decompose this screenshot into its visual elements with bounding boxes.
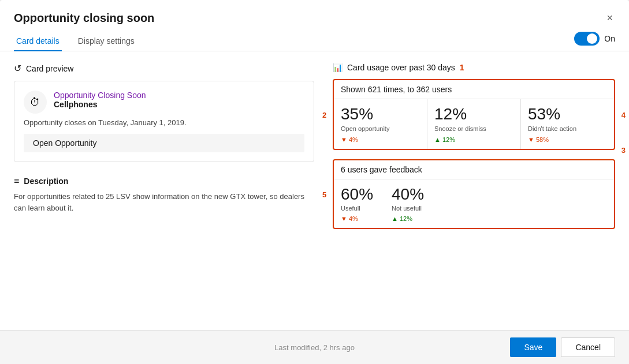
card-info: Opportunity Closing Soon Cellphones	[54, 91, 146, 109]
feedback-cells: 60% Usefull ▼ 4% 40% Not usefull ▲ 12%	[334, 179, 614, 228]
on-off-toggle[interactable]	[574, 32, 600, 46]
feedback-box: 6 users gave feedback 60% Usefull ▼ 4% 4…	[333, 159, 615, 229]
card-preview-icon: ↺	[14, 63, 21, 74]
feedback-pct-notuseful: 40%	[392, 185, 424, 204]
stat-desc-snooze: Snooze or dismiss	[434, 125, 513, 133]
stat-desc-open: Open opportunity	[341, 125, 420, 133]
toggle-area: On	[574, 32, 615, 50]
card-title: Opportunity Closing Soon	[54, 91, 146, 100]
description-icon: ≡	[14, 176, 19, 186]
open-opportunity-button[interactable]: Open Opportunity	[24, 134, 304, 152]
feedback-header: 6 users gave feedback	[334, 160, 614, 179]
stat-trend-noaction: ▼ 58%	[528, 136, 607, 143]
annotation-1: 1	[460, 63, 464, 72]
card-top: ⏱ Opportunity Closing Soon Cellphones	[24, 91, 304, 114]
stat-desc-noaction: Didn't take action	[528, 125, 607, 133]
dialog-footer: Last modified, 2 hrs ago Save Cancel	[0, 330, 629, 364]
card-preview-box: ⏱ Opportunity Closing Soon Cellphones Op…	[14, 81, 314, 162]
card-usage-label: Card usage over past 30 days	[347, 63, 455, 72]
stat-trend-snooze: ▲ 12%	[434, 136, 513, 143]
stats-box: Shown 621 times, to 362 users 35% Open o…	[333, 79, 615, 150]
dialog: Opportunity closing soon × Card details …	[0, 0, 629, 364]
feedback-trend-useful: ▼ 4%	[341, 215, 373, 222]
description-section: ≡ Description For opportunities related …	[14, 176, 314, 213]
card-body-text: Opportunity closes on Tuesday, January 1…	[24, 118, 304, 127]
feedback-cell-notuseful: 40% Not usefull ▲ 12%	[392, 185, 424, 222]
right-panel: 📊 Card usage over past 30 days 1 2 Shown…	[333, 63, 615, 318]
annotation-4: 4	[621, 110, 626, 119]
left-panel: ↺ Card preview ⏱ Opportunity Closing Soo…	[14, 63, 314, 318]
shown-text: Shown 621 times, to 362 users	[334, 80, 614, 99]
feedback-desc-useful: Usefull	[341, 205, 373, 212]
stat-cell-snooze: 12% Snooze or dismiss ▲ 12%	[427, 99, 521, 149]
card-preview-label: Card preview	[26, 64, 73, 73]
annotation-3: 3	[621, 146, 626, 155]
card-subtitle: Cellphones	[54, 100, 146, 109]
stat-pct-noaction: 53%	[528, 105, 607, 123]
annotation-5: 5	[322, 190, 326, 198]
card-usage-header: 📊 Card usage over past 30 days 1	[333, 63, 615, 72]
footer-buttons: Save Cancel	[510, 337, 615, 357]
card-preview-section-header: ↺ Card preview	[14, 63, 314, 74]
cancel-button[interactable]: Cancel	[561, 337, 615, 357]
description-label: Description	[24, 177, 68, 186]
chart-icon: 📊	[333, 63, 343, 72]
stat-cell-open: 35% Open opportunity ▼ 4%	[334, 99, 427, 149]
description-text: For opportunities related to 25 LSV show…	[14, 191, 314, 213]
dialog-header: Opportunity closing soon ×	[0, 0, 629, 25]
stat-trend-open: ▼ 4%	[341, 136, 420, 143]
annotation-2: 2	[322, 110, 326, 119]
description-header: ≡ Description	[14, 176, 314, 186]
feedback-trend-notuseful: ▲ 12%	[392, 215, 424, 222]
save-button[interactable]: Save	[510, 337, 556, 357]
stat-pct-open: 35%	[341, 105, 420, 123]
toggle-label: On	[604, 34, 615, 43]
tabs-bar: Card details Display settings On	[0, 25, 629, 51]
stat-pct-snooze: 12%	[434, 105, 513, 123]
last-modified-text: Last modified, 2 hrs ago	[274, 343, 355, 352]
feedback-pct-useful: 60%	[341, 185, 373, 204]
close-button[interactable]: ×	[604, 10, 615, 25]
dialog-title: Opportunity closing soon	[14, 12, 154, 25]
card-icon: ⏱	[24, 91, 47, 114]
tab-card-details[interactable]: Card details	[14, 32, 62, 51]
dialog-body: ↺ Card preview ⏱ Opportunity Closing Soo…	[0, 51, 629, 330]
stat-cell-noaction: 53% Didn't take action ▼ 58%	[521, 99, 614, 149]
tab-display-settings[interactable]: Display settings	[76, 32, 137, 51]
feedback-cell-useful: 60% Usefull ▼ 4%	[341, 185, 373, 222]
feedback-desc-notuseful: Not usefull	[392, 205, 424, 212]
stat-cells: 35% Open opportunity ▼ 4% 12% Snooze or …	[334, 99, 614, 149]
